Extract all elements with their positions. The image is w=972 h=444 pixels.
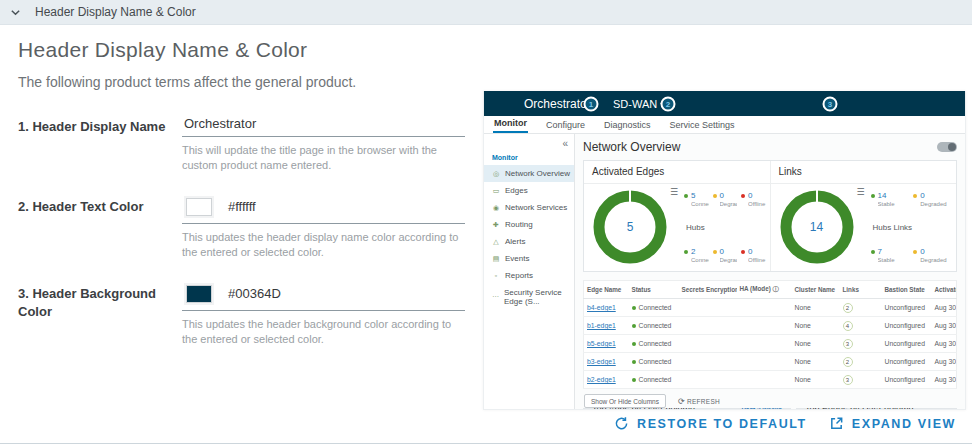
background-color-help: This updates the header background color… bbox=[182, 317, 465, 348]
sidebar-item-security-service-edge[interactable]: ⋯Security Service Edge (S... bbox=[484, 284, 574, 310]
table-row: b4-edge1 Connected None 2 Unconfigured A… bbox=[584, 299, 957, 317]
expand-view-button[interactable]: EXPAND VIEW bbox=[829, 416, 956, 431]
events-icon: ▤ bbox=[492, 255, 500, 263]
edge-link[interactable]: b5-edge1 bbox=[587, 340, 616, 347]
overview-panels-card: Activated Edges 5 ☰ 5Connec bbox=[583, 160, 957, 272]
edges-icon: ▭ bbox=[492, 187, 500, 195]
table-row: b2-edge1 Connected None 3 Unconfigured A… bbox=[584, 371, 957, 389]
accordion-title: Header Display Name & Color bbox=[35, 5, 196, 19]
display-name-help: This will update the title page in the b… bbox=[182, 143, 465, 174]
links-title: Links bbox=[771, 161, 957, 184]
header-preview-image: Orchestrator 1 SD-WAN 2 3 Monitor Config… bbox=[483, 91, 966, 410]
tab-monitor[interactable]: Monitor bbox=[493, 116, 528, 133]
legend-hub-links-stable: 7Stable bbox=[871, 247, 910, 263]
links-count-badge: 4 bbox=[843, 321, 853, 331]
activated-edges-title: Activated Edges bbox=[584, 161, 770, 184]
preview-brand-title: Orchestrator bbox=[524, 97, 591, 111]
tab-diagnostics[interactable]: Diagnostics bbox=[603, 118, 652, 133]
col-ha-mode: HA (Mode) ⓘ bbox=[737, 281, 792, 299]
sidebar-item-events[interactable]: ▤Events bbox=[484, 250, 574, 267]
table-row: b1-edge1 Connected None 4 Unconfigured A… bbox=[584, 317, 957, 335]
sidebar-item-routing[interactable]: ✚Routing bbox=[484, 216, 574, 233]
legend-edges-connected: 5Connected bbox=[684, 191, 709, 207]
links-count-badge: 2 bbox=[843, 357, 853, 367]
background-color-input[interactable]: #00364D bbox=[228, 286, 281, 301]
links-count-badge: 3 bbox=[843, 339, 853, 349]
restore-icon bbox=[614, 416, 629, 431]
sidebar-item-network-services[interactable]: ◉Network Services bbox=[484, 199, 574, 216]
field-row-display-name: 1. Header Display Name Orchestrator This… bbox=[18, 116, 470, 174]
settings-panel: Header Display Name & Color The followin… bbox=[18, 38, 470, 369]
page-title: Header Display Name & Color bbox=[18, 38, 470, 62]
info-icon[interactable]: ⓘ bbox=[773, 286, 779, 292]
collapse-sidebar-icon[interactable]: « bbox=[562, 138, 568, 149]
legend-links-degraded: 0Degraded bbox=[913, 191, 952, 207]
refresh-button[interactable]: ⟳ REFRESH bbox=[678, 397, 720, 406]
overview-toggle[interactable] bbox=[937, 142, 957, 152]
legend-links-stable: 14Stable bbox=[871, 191, 910, 207]
sidebar-item-edges[interactable]: ▭Edges bbox=[484, 182, 574, 199]
preview-tab-bar: Monitor Configure Diagnostics Service Se… bbox=[484, 116, 965, 134]
preview-main: Network Overview Activated Edges 5 bbox=[575, 134, 965, 409]
edge-link[interactable]: b1-edge1 bbox=[587, 322, 616, 329]
hubs-links-label: Hubs Links bbox=[871, 223, 953, 232]
top-apps-card: Top Apps by Data Volume Past 2 weeks bbox=[583, 408, 791, 409]
col-status: Status bbox=[629, 281, 679, 299]
top-edges-card: Top Edges by Data Volume bbox=[796, 408, 957, 409]
external-link-icon bbox=[829, 416, 844, 431]
show-hide-columns-button[interactable]: Show Or Hide Columns bbox=[584, 394, 666, 408]
display-name-input[interactable]: Orchestrator bbox=[184, 116, 256, 131]
sidebar-section-monitor: Monitor bbox=[492, 154, 574, 161]
edge-link[interactable]: b4-edge1 bbox=[587, 304, 616, 311]
edge-link[interactable]: b2-edge1 bbox=[587, 376, 616, 383]
table-row: b5-edge1 Connected None 3 Unconfigured A… bbox=[584, 335, 957, 353]
edges-table: Edge Name Status Secrets Encryption HA (… bbox=[583, 280, 957, 389]
preview-sidebar: « Monitor ◎Network Overview ▭Edges ◉Netw… bbox=[484, 134, 575, 409]
background-color-swatch[interactable] bbox=[184, 283, 214, 305]
col-activated: Activated bbox=[932, 281, 957, 299]
accordion-header[interactable]: Header Display Name & Color bbox=[0, 0, 972, 25]
links-count-badge: 2 bbox=[843, 303, 853, 313]
col-cluster-name: Cluster Name bbox=[792, 281, 840, 299]
annotation-badge-1: 1 bbox=[584, 96, 599, 111]
network-overview-icon: ◎ bbox=[492, 170, 500, 178]
legend-edges-degraded: 0Degraded bbox=[713, 191, 738, 207]
sidebar-item-alerts[interactable]: △Alerts bbox=[484, 233, 574, 250]
text-color-help: This updates the header display name col… bbox=[182, 230, 465, 261]
sidebar-item-reports[interactable]: ▫Reports bbox=[484, 267, 574, 284]
legend-edges-offline: 0Offline bbox=[741, 191, 766, 207]
annotation-badge-3: 3 bbox=[823, 96, 838, 111]
background-color-label: 3. Header Background Color bbox=[18, 283, 182, 348]
links-panel: Links 14 ☰ 14Stable bbox=[770, 161, 957, 271]
hubs-label: Hubs bbox=[684, 223, 766, 232]
col-bastion-state: Bastion State bbox=[882, 281, 932, 299]
annotation-badge-2: 2 bbox=[661, 96, 676, 111]
alerts-icon: △ bbox=[492, 238, 500, 246]
text-color-label: 2. Header Text Color bbox=[18, 196, 182, 261]
legend-hubs-connected: 2Connected bbox=[684, 247, 709, 263]
tab-service-settings[interactable]: Service Settings bbox=[669, 118, 736, 133]
preview-product-menu: SD-WAN bbox=[613, 98, 667, 110]
activated-edges-donut: 5 ☰ bbox=[592, 189, 668, 265]
preview-app-header: Orchestrator 1 SD-WAN 2 3 bbox=[484, 91, 965, 116]
refresh-icon: ⟳ bbox=[678, 397, 685, 406]
edge-link[interactable]: b3-edge1 bbox=[587, 358, 616, 365]
legend-hubs-offline: 0Offline bbox=[741, 247, 766, 263]
col-edge-name: Edge Name bbox=[584, 281, 629, 299]
legend-hubs-degraded: 0Degraded bbox=[713, 247, 738, 263]
chart-menu-icon[interactable]: ☰ bbox=[856, 187, 864, 197]
text-color-swatch[interactable] bbox=[184, 196, 214, 218]
activated-edges-panel: Activated Edges 5 ☰ 5Connec bbox=[584, 161, 770, 271]
routing-icon: ✚ bbox=[492, 221, 500, 229]
legend-hub-links-degraded: 0Degraded bbox=[913, 247, 952, 263]
network-overview-title: Network Overview bbox=[583, 140, 680, 154]
restore-to-default-button[interactable]: RESTORE TO DEFAULT bbox=[614, 416, 807, 431]
display-name-label: 1. Header Display Name bbox=[18, 116, 182, 174]
field-row-background-color: 3. Header Background Color #00364D This … bbox=[18, 283, 470, 348]
past-2-weeks-link[interactable]: Past 2 weeks bbox=[742, 408, 782, 409]
tab-configure[interactable]: Configure bbox=[545, 118, 586, 133]
chart-menu-icon[interactable]: ☰ bbox=[670, 187, 678, 197]
col-secrets-encryption: Secrets Encryption bbox=[679, 281, 737, 299]
sidebar-item-network-overview[interactable]: ◎Network Overview bbox=[484, 165, 574, 182]
text-color-input[interactable]: #ffffff bbox=[228, 199, 256, 214]
